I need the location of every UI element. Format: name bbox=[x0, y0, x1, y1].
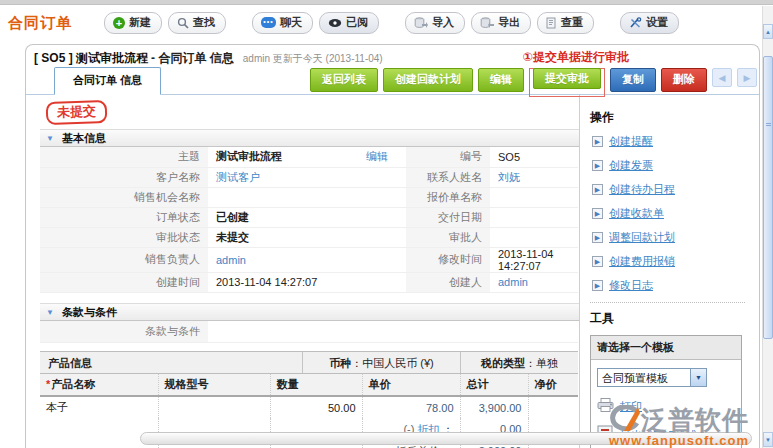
basic-info-table: 主题 测试审批流程 编辑 编号 SO5 客户名称 测试客户 联系人姓名 刘妩 bbox=[40, 147, 578, 293]
product-name: 本子 bbox=[40, 396, 158, 418]
field-label: 联系人姓名 bbox=[406, 167, 490, 187]
template-box-title: 请选择一个模板 bbox=[591, 336, 741, 360]
field-label: 修改时间 bbox=[406, 247, 490, 272]
copy-button[interactable]: 复制 bbox=[610, 68, 656, 92]
field-label: 编号 bbox=[406, 147, 490, 167]
submit-approval-button[interactable]: 提交审批 bbox=[533, 68, 601, 89]
product-net-price bbox=[528, 396, 578, 418]
field-label: 销售负责人 bbox=[40, 247, 208, 272]
import-button[interactable]: 导入 bbox=[405, 12, 465, 34]
customer-link[interactable]: 测试客户 bbox=[216, 171, 260, 183]
vertical-scrollbar-thumb[interactable] bbox=[763, 56, 773, 339]
field-label: 创建人 bbox=[406, 272, 490, 292]
field-label: 销售机会名称 bbox=[40, 187, 208, 207]
field-label: 审批状态 bbox=[40, 227, 208, 247]
chevron-down-icon[interactable]: ▼ bbox=[690, 369, 706, 386]
scroll-up-icon[interactable]: ▲ bbox=[763, 24, 773, 39]
delete-button[interactable]: 删除 bbox=[661, 68, 707, 92]
eye-icon bbox=[328, 18, 342, 28]
search-button[interactable]: 查找 bbox=[168, 12, 226, 34]
toolbar: 合同订单 + 新建 查找 ••• 聊天 已阅 导入 bbox=[8, 12, 749, 34]
magnifier-icon bbox=[177, 17, 189, 29]
table-row: 审批状态 未提交 审批人 bbox=[40, 227, 578, 247]
page-title: 合同订单 bbox=[8, 14, 72, 33]
sidebar-item-create-expense[interactable]: ▶创建费用报销 bbox=[592, 254, 753, 269]
create-payment-plan-button[interactable]: 创建回款计划 bbox=[383, 68, 473, 92]
section-title: 基本信息 bbox=[62, 132, 106, 144]
forward-square-icon: ▶ bbox=[592, 280, 603, 291]
contact-link[interactable]: 刘妩 bbox=[498, 171, 520, 183]
divider bbox=[590, 302, 745, 303]
field-label: 客户名称 bbox=[40, 167, 208, 187]
creator-link[interactable]: admin bbox=[498, 276, 528, 288]
approval-annotation: ①提交单据进行审批 bbox=[523, 49, 629, 66]
scroll-down-icon[interactable]: ▼ bbox=[763, 432, 773, 447]
new-button[interactable]: + 新建 bbox=[104, 12, 162, 34]
chat-bubble-icon: ••• bbox=[261, 17, 276, 28]
collapse-triangle-icon[interactable]: ▼ bbox=[46, 308, 54, 317]
database-import-icon bbox=[414, 17, 428, 29]
product-total: 3,900.00 bbox=[460, 396, 528, 418]
forward-square-icon: ▶ bbox=[592, 208, 603, 219]
sidebar-item-adjust-plan[interactable]: ▶调整回款计划 bbox=[592, 230, 753, 245]
read-button[interactable]: 已阅 bbox=[319, 12, 379, 34]
product-info-title: 产品信息 bbox=[40, 352, 302, 373]
operations-title: 操作 bbox=[590, 109, 753, 126]
product-row: 本子 50.00 78.00 3,900.00 bbox=[40, 396, 578, 418]
sidebar-item-create-invoice[interactable]: ▶创建发票 bbox=[592, 158, 753, 173]
inline-edit-link[interactable]: 编辑 bbox=[366, 149, 388, 164]
product-info-band: 产品信息 币种：中国人民币 (¥) 税的类型：单独 bbox=[40, 351, 578, 374]
sidebar-item-change-log[interactable]: ▶修改日志 bbox=[592, 278, 753, 293]
scrollbar-grip bbox=[766, 123, 771, 126]
tab-contract-order-info[interactable]: 合同订单 信息 bbox=[54, 67, 161, 95]
back-to-list-button[interactable]: 返回列表 bbox=[310, 68, 378, 92]
field-value: 已创建 bbox=[208, 207, 406, 227]
dedupe-button[interactable]: 查重 bbox=[537, 12, 594, 34]
field-value: 测试客户 bbox=[208, 167, 406, 187]
field-value: admin bbox=[208, 247, 406, 272]
template-dropdown[interactable]: 合同预置模板 ▼ bbox=[597, 368, 707, 387]
record-meta: admin 更新于今天 (2013-11-04) bbox=[243, 53, 383, 64]
plus-circle-icon: + bbox=[113, 17, 125, 29]
next-record-icon[interactable]: ▶ bbox=[737, 68, 757, 87]
field-label: 主题 bbox=[40, 147, 208, 167]
sidebar: 操作 ▶创建提醒 ▶创建发票 ▶创建待办日程 ▶创建收款单 ▶调整回款计划 ▶创… bbox=[579, 95, 759, 448]
field-value bbox=[208, 187, 406, 207]
field-value: 刘妩 bbox=[490, 167, 578, 187]
tab-bar: 合同订单 信息 返回列表 创建回款计划 编辑 提交审批 复制 删除 ◀ ▶ bbox=[26, 68, 759, 95]
col-net-price: 净价 bbox=[528, 374, 578, 396]
export-button[interactable]: 导出 bbox=[471, 12, 531, 34]
record-panel: [ SO5 ] 测试审批流程 - 合同订单 信息 admin 更新于今天 (20… bbox=[25, 44, 760, 448]
sidebar-item-create-receipt[interactable]: ▶创建收款单 bbox=[592, 206, 753, 221]
forward-square-icon: ▶ bbox=[592, 256, 603, 267]
chat-button[interactable]: ••• 聊天 bbox=[252, 12, 313, 34]
vertical-scrollbar[interactable]: ▲ ▼ bbox=[762, 6, 773, 448]
edit-button[interactable]: 编辑 bbox=[478, 68, 524, 92]
section-basic-info: ▼ 基本信息 bbox=[40, 129, 579, 147]
field-value bbox=[490, 207, 578, 227]
field-label: 交付日期 bbox=[406, 207, 490, 227]
table-row: 主题 测试审批流程 编辑 编号 SO5 bbox=[40, 147, 578, 167]
record-header: [ SO5 ] 测试审批流程 - 合同订单 信息 admin 更新于今天 (20… bbox=[26, 45, 759, 67]
field-value: 测试审批流程 编辑 bbox=[208, 147, 406, 167]
table-row: 条款与条件 bbox=[40, 321, 578, 343]
forward-square-icon: ▶ bbox=[592, 160, 603, 171]
watermark-brand: 泛普软件 bbox=[641, 407, 749, 433]
main-content: 未提交 ▼ 基本信息 主题 测试审批流程 编辑 编号 SO5 bbox=[26, 95, 579, 448]
field-value bbox=[208, 321, 578, 343]
product-header-row: *产品名称 规格型号 数量 单价 总计 净价 bbox=[40, 374, 578, 396]
settings-button[interactable]: 设置 bbox=[620, 12, 679, 34]
sidebar-item-create-todo[interactable]: ▶创建待办日程 bbox=[592, 182, 753, 197]
field-value: SO5 bbox=[490, 147, 578, 167]
collapse-triangle-icon[interactable]: ▼ bbox=[46, 134, 54, 143]
watermark-url: www.fanpusoft.com bbox=[609, 433, 749, 448]
col-unit-price: 单价 bbox=[362, 374, 460, 396]
field-label: 审批人 bbox=[406, 227, 490, 247]
prev-record-icon[interactable]: ◀ bbox=[712, 68, 732, 87]
sidebar-item-create-reminder[interactable]: ▶创建提醒 bbox=[592, 134, 753, 149]
field-value bbox=[490, 187, 578, 207]
currency-label: 币种：中国人民币 (¥) bbox=[302, 352, 460, 373]
forward-square-icon: ▶ bbox=[592, 232, 603, 243]
forward-square-icon: ▶ bbox=[592, 136, 603, 147]
sales-owner-link[interactable]: admin bbox=[216, 254, 246, 266]
